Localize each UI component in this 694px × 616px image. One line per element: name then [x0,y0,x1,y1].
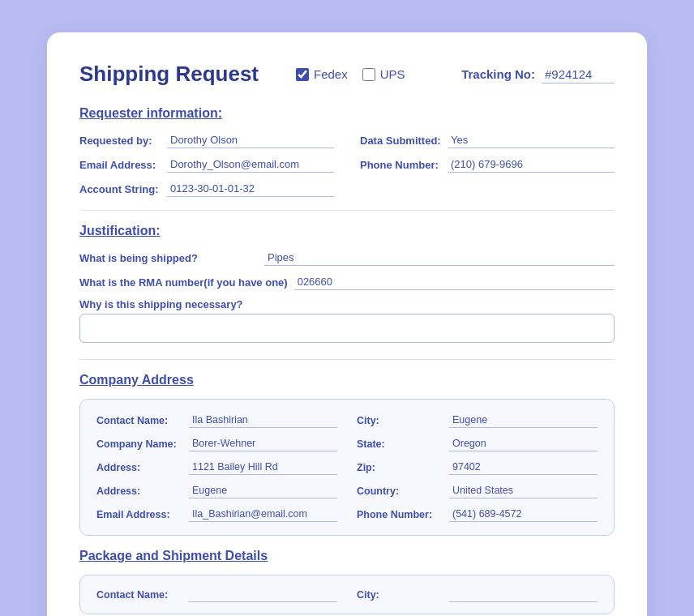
email-label: Email Address: [79,159,161,171]
ups-label: UPS [380,67,405,81]
company-address-section: Company Address Contact Name: City: Comp… [79,373,615,536]
justification-section-title: Justification: [79,224,615,238]
phone-input[interactable] [448,156,615,173]
ca-city-input[interactable] [449,413,598,428]
justification-section: Justification: What is being shipped? Wh… [79,224,615,346]
divider-1 [79,210,615,211]
ca-zip-row: Zip: [357,460,598,475]
ps-city-input[interactable] [449,587,598,602]
page-title: Shipping Request [79,62,259,87]
why-label: Why is this shipping necessary? [79,298,615,310]
account-label: Account String: [79,183,161,195]
package-shipment-box: Contact Name: City: [79,575,615,614]
phone-label: Phone Number: [360,159,441,171]
tracking-label: Tracking No: [461,67,535,81]
ups-option[interactable]: UPS [362,67,405,81]
why-textarea[interactable] [79,314,615,343]
requested-by-label: Requested by: [79,135,161,147]
ca-company-name-row: Company Name: [96,436,337,451]
package-shipment-title: Package and Shipment Details [79,549,615,563]
ca-address2-row: Address: [96,483,337,498]
company-address-box: Contact Name: City: Company Name: State:… [79,399,615,536]
ps-city-label: City: [357,589,444,601]
requester-section-title: Requester information: [79,106,615,121]
requested-by-input[interactable] [167,132,334,148]
what-shipped-input[interactable] [264,250,615,266]
ps-contact-name-label: Contact Name: [96,589,184,601]
ca-city-label: City: [357,415,444,426]
divider-2 [79,359,615,360]
ca-country-row: Country: [357,483,598,498]
tracking-row: Tracking No: [461,66,615,83]
package-shipment-section: Package and Shipment Details Contact Nam… [79,549,615,614]
email-row: Email Address: [79,156,334,173]
fedex-checkbox[interactable] [296,68,309,81]
requester-section: Requester information: Requested by: Dat… [79,106,615,197]
company-address-grid: Contact Name: City: Company Name: State:… [96,413,598,522]
ca-phone-input[interactable] [449,507,598,522]
ca-country-input[interactable] [449,483,598,498]
ca-contact-name-label: Contact Name: [96,415,184,426]
rma-input[interactable] [294,274,615,290]
data-submitted-label: Data Submitted: [360,135,441,147]
ca-address2-label: Address: [96,486,184,497]
ca-zip-label: Zip: [357,462,444,473]
ca-state-label: State: [357,438,444,450]
email-input[interactable] [167,156,334,173]
ca-country-label: Country: [357,486,444,497]
ca-email-input[interactable] [189,507,337,522]
data-submitted-row: Data Submitted: [360,132,615,148]
requested-by-row: Requested by: [79,132,334,148]
phone-row: Phone Number: [360,156,615,173]
account-row: Account String: [79,181,334,197]
ca-company-name-label: Company Name: [96,438,184,450]
ca-contact-name-input[interactable] [189,413,337,428]
ca-zip-input[interactable] [449,460,598,475]
ca-address1-row: Address: [96,460,337,475]
ca-address1-input[interactable] [189,460,337,475]
company-address-title: Company Address [79,373,615,387]
package-shipment-grid: Contact Name: City: [96,587,598,602]
ca-email-label: Email Address: [96,509,184,520]
header-row: Shipping Request Fedex UPS Tracking No: [79,62,615,87]
ups-checkbox[interactable] [362,68,375,81]
ps-contact-name-row: Contact Name: [96,587,337,602]
account-input[interactable] [167,181,334,197]
what-shipped-label: What is being shipped? [79,252,258,264]
fedex-label: Fedex [314,67,348,81]
ca-address2-input[interactable] [189,483,337,498]
ca-phone-label: Phone Number: [357,509,444,520]
ps-contact-name-input[interactable] [189,587,337,602]
ca-contact-name-row: Contact Name: [96,413,337,428]
shipping-request-card: Shipping Request Fedex UPS Tracking No: … [47,32,647,616]
ca-company-name-input[interactable] [189,436,337,451]
ca-email-row: Email Address: [96,507,337,522]
what-shipped-row: What is being shipped? [79,250,615,266]
ps-city-row: City: [357,587,598,602]
ca-state-row: State: [357,436,598,451]
ca-phone-row: Phone Number: [357,507,598,522]
ca-state-input[interactable] [449,436,598,451]
why-row: Why is this shipping necessary? [79,298,615,346]
ca-city-row: City: [357,413,598,428]
rma-label: What is the RMA number(if you have one) [79,276,288,289]
tracking-input[interactable] [542,66,615,83]
fedex-option[interactable]: Fedex [296,67,348,81]
rma-row: What is the RMA number(if you have one) [79,274,615,290]
carrier-group: Fedex UPS [296,67,405,81]
data-submitted-input[interactable] [448,132,615,148]
ca-address1-label: Address: [96,462,184,473]
requester-fields: Requested by: Data Submitted: Email Addr… [79,132,615,197]
